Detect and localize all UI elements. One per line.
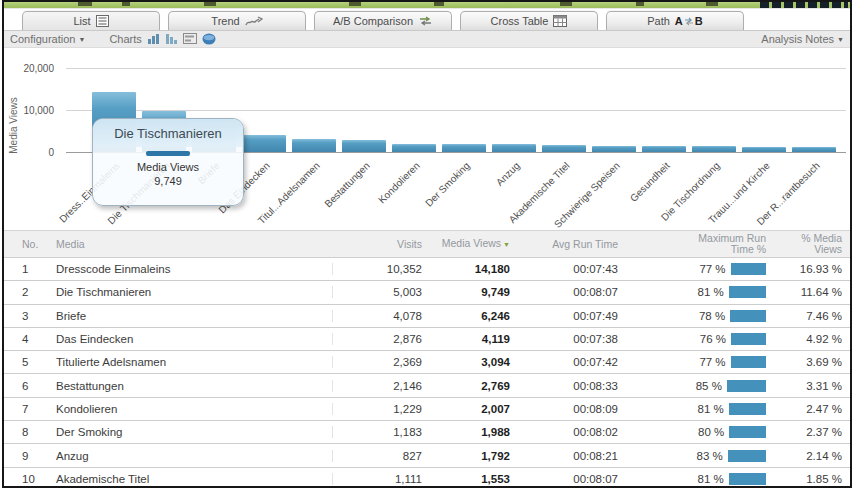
cell-max-run-time: 80 % bbox=[622, 426, 780, 438]
tab-bar: ListTrendA/B ComparisonCross TablePathAB bbox=[4, 9, 850, 30]
bar-chart-icon[interactable] bbox=[147, 33, 160, 45]
cell-media: Die Tischmanieren bbox=[42, 286, 332, 298]
gridline bbox=[66, 68, 846, 69]
cell-pct-media-views: 2.37 % bbox=[780, 426, 850, 438]
strip-segment bbox=[122, 2, 130, 6]
strip-segment bbox=[204, 2, 216, 6]
cell-media: Das Eindecken bbox=[42, 333, 332, 345]
table-row-10[interactable]: 10Akademische Titel1,1111,55300:08:0781 … bbox=[4, 468, 850, 488]
charts-label: Charts bbox=[109, 33, 141, 45]
max-run-time-bar bbox=[728, 450, 766, 462]
tab-list[interactable]: List bbox=[22, 11, 160, 30]
list-icon bbox=[96, 15, 109, 27]
column-header-%-media-views[interactable]: % Media Views bbox=[780, 233, 850, 255]
pie-chart-icon[interactable] bbox=[202, 33, 216, 45]
cell-no: 9 bbox=[4, 450, 42, 462]
chart-bar-4[interactable] bbox=[242, 135, 286, 152]
cell-visits: 1,111 bbox=[332, 473, 426, 485]
column-header-avg-run-time[interactable]: Avg Run Time bbox=[514, 239, 622, 250]
cell-no: 6 bbox=[4, 380, 42, 392]
table-row-1[interactable]: 1Dresscode Einmaleins10,35214,18000:07:4… bbox=[4, 258, 850, 281]
chart-bar-5[interactable] bbox=[292, 139, 336, 152]
table-body: 1Dresscode Einmaleins10,35214,18000:07:4… bbox=[4, 258, 850, 488]
cell-max-run-time: 78 % bbox=[622, 310, 780, 322]
table-row-2[interactable]: 2Die Tischmanieren5,0039,74900:08:0781 %… bbox=[4, 281, 850, 304]
cell-visits: 2,876 bbox=[332, 333, 426, 345]
cell-media-views: 3,094 bbox=[426, 356, 514, 368]
analysis-notes-dropdown[interactable]: Analysis Notes ▼ bbox=[761, 33, 844, 45]
column-header-label: Media bbox=[56, 238, 85, 250]
chart-bar-13[interactable] bbox=[692, 146, 736, 152]
chart-bar-8[interactable] bbox=[442, 144, 486, 152]
tooltip-value: 9,749 bbox=[93, 175, 243, 187]
logo-fragment bbox=[760, 2, 848, 8]
cell-avg-run-time: 00:08:21 bbox=[514, 450, 622, 462]
table-row-5[interactable]: 5Titulierte Adelsnamen2,3693,09400:07:42… bbox=[4, 351, 850, 374]
strip-segment bbox=[78, 2, 92, 6]
cell-max-run-time: 77 % bbox=[622, 356, 780, 368]
max-run-time-text: 77 % bbox=[699, 263, 725, 275]
tab-trend[interactable]: Trend bbox=[168, 11, 306, 30]
column-header-label: Maximum Run Time % bbox=[698, 232, 766, 255]
cell-media-views: 9,749 bbox=[426, 286, 514, 298]
chart-bar-10[interactable] bbox=[542, 145, 586, 152]
tooltip-metric-label: Media Views bbox=[93, 161, 243, 173]
media-table: No.MediaVisitsMedia Views▼Avg Run TimeMa… bbox=[4, 230, 850, 488]
tooltip-title: Die Tischmanieren bbox=[93, 119, 243, 147]
chart-bar-15[interactable] bbox=[792, 147, 836, 152]
column-header-maximum-run-time-%[interactable]: Maximum Run Time % bbox=[622, 233, 780, 255]
table-row-4[interactable]: 4Das Eindecken2,8764,11900:07:3876 %4.92… bbox=[4, 328, 850, 351]
cell-visits: 827 bbox=[332, 450, 426, 462]
cell-media: Bestattungen bbox=[42, 380, 332, 392]
chart-bar-12[interactable] bbox=[642, 146, 686, 152]
chart-bar-9[interactable] bbox=[492, 144, 536, 152]
chart-bar-6[interactable] bbox=[342, 140, 386, 152]
cell-media-views: 1,988 bbox=[426, 426, 514, 438]
cell-pct-media-views: 1.85 % bbox=[780, 473, 850, 485]
tab-cross-table[interactable]: Cross Table bbox=[460, 11, 598, 30]
table-row-8[interactable]: 8Der Smoking1,1831,98800:08:0280 %2.37 % bbox=[4, 421, 850, 444]
max-run-time-text: 81 % bbox=[698, 286, 724, 298]
cell-no: 5 bbox=[4, 356, 42, 368]
trend-icon bbox=[245, 16, 263, 27]
column-header-visits[interactable]: Visits bbox=[332, 239, 426, 250]
chart-bar-14[interactable] bbox=[742, 147, 786, 152]
cell-avg-run-time: 00:07:42 bbox=[514, 356, 622, 368]
cell-media: Akademische Titel bbox=[42, 473, 332, 485]
tooltip-mini-bar bbox=[146, 151, 190, 156]
tab-a-b-comparison[interactable]: A/B Comparison bbox=[314, 11, 452, 30]
table-row-3[interactable]: 3Briefe4,0786,24600:07:4978 %7.46 % bbox=[4, 305, 850, 328]
column-header-media[interactable]: Media bbox=[42, 239, 332, 250]
table-row-7[interactable]: 7Kondolieren1,2292,00700:08:0981 %2.47 % bbox=[4, 398, 850, 421]
cell-max-run-time: 85 % bbox=[622, 380, 780, 392]
cell-max-run-time: 77 % bbox=[622, 263, 780, 275]
cell-no: 10 bbox=[4, 473, 42, 485]
horizontal-bars-icon[interactable] bbox=[183, 33, 197, 45]
cell-visits: 2,369 bbox=[332, 356, 426, 368]
chart-bar-7[interactable] bbox=[392, 144, 436, 152]
tab-path[interactable]: PathAB bbox=[606, 11, 744, 30]
configuration-dropdown[interactable]: Configuration ▼ bbox=[10, 33, 85, 45]
strip-segment bbox=[560, 2, 572, 6]
column-header-no-[interactable]: No. bbox=[4, 239, 42, 250]
cell-max-run-time: 76 % bbox=[622, 333, 780, 345]
cell-avg-run-time: 00:07:43 bbox=[514, 263, 622, 275]
bar-chart-alt-icon[interactable] bbox=[165, 33, 178, 45]
cell-media-views: 2,007 bbox=[426, 403, 514, 415]
tab-label: List bbox=[73, 15, 90, 27]
chart-bar-11[interactable] bbox=[592, 146, 636, 152]
cell-media: Kondolieren bbox=[42, 403, 332, 415]
cell-max-run-time: 81 % bbox=[622, 286, 780, 298]
cell-media: Anzug bbox=[42, 450, 332, 462]
max-run-time-bar bbox=[730, 310, 766, 322]
cell-no: 1 bbox=[4, 263, 42, 275]
tab-label: Cross Table bbox=[491, 15, 549, 27]
column-header-media-views[interactable]: Media Views▼ bbox=[426, 238, 514, 250]
cell-avg-run-time: 00:07:49 bbox=[514, 310, 622, 322]
table-row-6[interactable]: 6Bestattungen2,1462,76900:08:3385 %3.31 … bbox=[4, 374, 850, 397]
max-run-time-text: 81 % bbox=[698, 473, 724, 485]
table-row-9[interactable]: 9Anzug8271,79200:08:2183 %2.14 % bbox=[4, 444, 850, 467]
cell-media-views: 6,246 bbox=[426, 310, 514, 322]
y-tick-label: 10,000 bbox=[8, 105, 54, 116]
tab-label: A/B Comparison bbox=[333, 15, 413, 27]
